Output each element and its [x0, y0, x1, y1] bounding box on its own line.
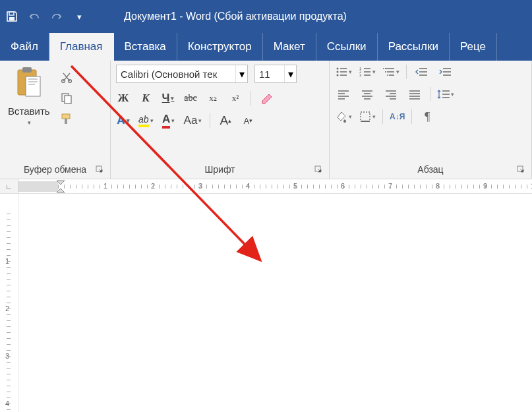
align-left-button[interactable]: [335, 87, 352, 102]
format-painter-icon[interactable]: [58, 112, 75, 127]
font-size-input[interactable]: [255, 69, 284, 80]
save-icon[interactable]: [5, 10, 18, 23]
group-clipboard: Вставить ▾ Буфер обмена: [0, 61, 111, 179]
qat-customize-icon[interactable]: ▾: [73, 10, 86, 23]
grow-font-button[interactable]: A▴: [218, 113, 233, 128]
ruler-horizontal[interactable]: ∟ 12345678910: [0, 179, 532, 194]
justify-button[interactable]: [406, 87, 423, 102]
font-name-dropdown-icon[interactable]: ▾: [235, 65, 247, 82]
ribbon-tabs: Файл Главная Вставка Конструктор Макет С…: [0, 33, 532, 61]
align-center-button[interactable]: [359, 87, 376, 102]
shading-button[interactable]: ▾: [335, 109, 352, 124]
ribbon: Вставить ▾ Буфер обмена: [0, 61, 532, 179]
svg-point-14: [337, 71, 339, 73]
undo-icon[interactable]: [28, 10, 41, 23]
redo-icon[interactable]: [50, 10, 63, 23]
svg-point-20: [385, 71, 386, 73]
tab-home[interactable]: Главная: [49, 33, 114, 61]
line-spacing-button[interactable]: ▾: [437, 87, 454, 102]
svg-rect-9: [62, 114, 70, 119]
cut-icon[interactable]: [58, 70, 75, 84]
show-marks-button[interactable]: ¶: [419, 109, 436, 124]
tab-review[interactable]: Реце: [450, 33, 497, 61]
multilevel-list-button[interactable]: ▾: [382, 65, 399, 79]
strikethrough-button[interactable]: abc: [183, 91, 198, 105]
workspace: 1234: [0, 194, 532, 412]
svg-point-21: [387, 74, 388, 76]
document-page[interactable]: [18, 194, 532, 412]
font-size-combo[interactable]: ▾: [254, 65, 297, 83]
group-paragraph-label: Абзац: [335, 162, 526, 176]
svg-point-15: [337, 74, 339, 76]
group-font: ▾ ▾ Ж К Ч▾ abc x₂ x² A▾: [111, 61, 330, 179]
group-clipboard-label: Буфер обмена: [5, 162, 105, 176]
tab-selector[interactable]: ∟: [0, 179, 18, 194]
change-case-button[interactable]: Aa▾: [184, 113, 202, 128]
increase-indent-button[interactable]: [437, 65, 454, 79]
tab-layout[interactable]: Макет: [263, 33, 316, 61]
paste-dropdown-icon[interactable]: ▾: [28, 119, 31, 126]
svg-rect-3: [22, 67, 32, 73]
sort-button[interactable]: А↓Я: [390, 109, 405, 124]
italic-button[interactable]: К: [138, 91, 153, 105]
copy-icon[interactable]: [58, 91, 75, 105]
font-launcher-icon[interactable]: [314, 165, 322, 173]
font-name-combo[interactable]: ▾: [116, 65, 248, 83]
svg-point-13: [337, 68, 339, 70]
svg-point-19: [383, 68, 384, 69]
quick-access-toolbar: ▾: [5, 10, 86, 23]
bold-button[interactable]: Ж: [116, 91, 131, 105]
svg-rect-1: [9, 17, 15, 20]
bullets-button[interactable]: ▾: [335, 65, 352, 79]
paragraph-launcher-icon[interactable]: [517, 165, 525, 173]
paste-button[interactable]: Вставить ▾: [5, 65, 53, 127]
svg-rect-22: [361, 112, 370, 121]
paste-label: Вставить: [8, 105, 50, 117]
tab-file[interactable]: Файл: [0, 33, 49, 61]
svg-text:3: 3: [359, 73, 362, 77]
font-color-button[interactable]: A▾: [162, 113, 176, 128]
svg-rect-8: [65, 96, 71, 103]
shrink-font-button[interactable]: A▾: [241, 113, 255, 128]
group-font-label: Шрифт: [116, 162, 324, 176]
numbering-button[interactable]: 123▾: [359, 65, 376, 79]
window-title: Документ1 - Word (Сбой активации продукт…: [124, 11, 347, 22]
font-size-dropdown-icon[interactable]: ▾: [284, 65, 296, 82]
ruler-vertical[interactable]: 1234: [0, 194, 18, 412]
text-effects-button[interactable]: A▾: [116, 113, 131, 128]
tab-insert[interactable]: Вставка: [114, 33, 177, 61]
clear-formatting-icon[interactable]: [259, 91, 274, 105]
tab-design[interactable]: Конструктор: [177, 33, 263, 61]
subscript-button[interactable]: x₂: [206, 91, 220, 105]
decrease-indent-button[interactable]: [413, 65, 430, 79]
tab-mailings[interactable]: Рассылки: [378, 33, 450, 61]
title-bar: ▾ Документ1 - Word (Сбой активации проду…: [0, 0, 532, 33]
superscript-button[interactable]: x²: [228, 91, 243, 105]
highlight-button[interactable]: ab▾: [138, 113, 154, 128]
group-paragraph: ▾ 123▾ ▾ ▾ ▾ ▾ А↓Я ¶: [330, 61, 532, 179]
tab-references[interactable]: Ссылки: [316, 33, 378, 61]
borders-button[interactable]: ▾: [359, 109, 376, 124]
clipboard-launcher-icon[interactable]: [96, 165, 103, 173]
svg-rect-10: [65, 119, 67, 124]
font-name-input[interactable]: [117, 69, 235, 80]
underline-button[interactable]: Ч▾: [161, 91, 175, 105]
align-right-button[interactable]: [382, 87, 399, 102]
